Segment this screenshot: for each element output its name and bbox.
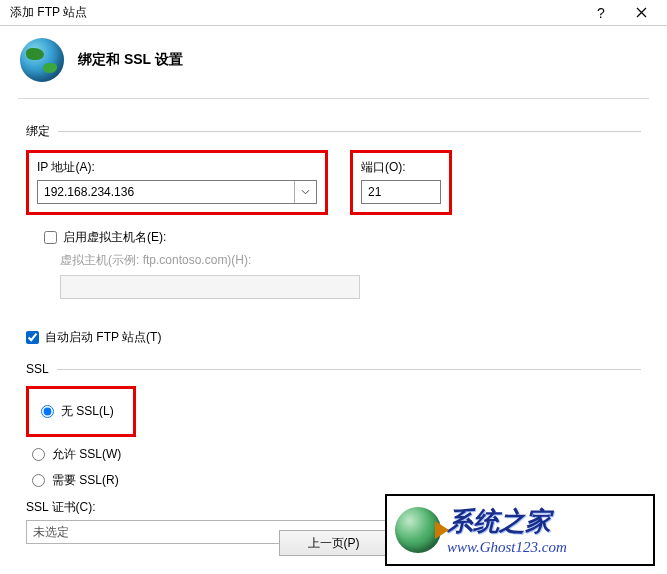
ssl-allow-label: 允许 SSL(W) <box>52 446 121 463</box>
port-field: 端口(O): <box>361 159 441 204</box>
port-label: 端口(O): <box>361 159 441 176</box>
ip-label: IP 地址(A): <box>37 159 317 176</box>
ip-highlight: IP 地址(A): <box>26 150 328 215</box>
ssl-option-allow[interactable]: 允许 SSL(W) <box>32 446 641 463</box>
page-header: 绑定和 SSL 设置 <box>0 26 667 94</box>
help-button[interactable]: ? <box>581 1 621 25</box>
titlebar: 添加 FTP 站点 ? <box>0 0 667 26</box>
ssl-option-require[interactable]: 需要 SSL(R) <box>32 472 641 489</box>
port-highlight: 端口(O): <box>350 150 452 215</box>
ssl-none-label: 无 SSL(L) <box>61 403 114 420</box>
port-input[interactable] <box>362 185 524 199</box>
enable-vhost-checkbox[interactable] <box>44 231 57 244</box>
ssl-group-label: SSL <box>26 362 49 376</box>
ssl-group-header: SSL <box>26 362 641 376</box>
ip-dropdown-button[interactable] <box>294 181 316 203</box>
vhost-input <box>60 275 360 299</box>
binding-group-header: 绑定 <box>26 123 641 140</box>
globe-icon <box>20 38 64 82</box>
ip-address-input[interactable] <box>38 185 294 199</box>
port-input-wrap[interactable] <box>361 180 441 204</box>
autostart-checkbox[interactable] <box>26 331 39 344</box>
watermark: 系统之家 www.Ghost123.com <box>385 494 655 566</box>
close-icon <box>636 7 647 18</box>
ssl-radio-require[interactable] <box>32 474 45 487</box>
no-ssl-highlight: 无 SSL(L) <box>26 386 136 437</box>
watermark-title: 系统之家 <box>447 504 567 539</box>
close-button[interactable] <box>621 1 661 25</box>
content-area: 绑定 IP 地址(A): 端口(O): <box>0 99 667 552</box>
window-title: 添加 FTP 站点 <box>10 4 581 21</box>
vhost-field-label: 虚拟主机(示例: ftp.contoso.com)(H): <box>60 252 641 269</box>
previous-button[interactable]: 上一页(P) <box>279 530 389 556</box>
ssl-radio-none[interactable] <box>41 405 54 418</box>
enable-vhost-label: 启用虚拟主机名(E): <box>63 229 166 246</box>
ssl-option-none[interactable]: 无 SSL(L) <box>41 403 127 420</box>
ssl-radio-allow[interactable] <box>32 448 45 461</box>
ssl-options: 无 SSL(L) 允许 SSL(W) 需要 SSL(R) <box>26 386 641 489</box>
ip-port-row: IP 地址(A): 端口(O): <box>26 150 641 215</box>
ssl-require-label: 需要 SSL(R) <box>52 472 119 489</box>
ip-address-combo[interactable] <box>37 180 317 204</box>
vhost-checkbox-row: 启用虚拟主机名(E): <box>44 229 641 246</box>
binding-group-label: 绑定 <box>26 123 50 140</box>
chevron-down-icon <box>301 189 310 195</box>
autostart-label: 自动启动 FTP 站点(T) <box>45 329 161 346</box>
watermark-globe-icon <box>395 507 441 553</box>
window-controls: ? <box>581 1 661 25</box>
ip-field: IP 地址(A): <box>37 159 317 204</box>
watermark-url: www.Ghost123.com <box>447 539 567 556</box>
page-title: 绑定和 SSL 设置 <box>78 51 183 69</box>
autostart-row: 自动启动 FTP 站点(T) <box>26 329 641 346</box>
